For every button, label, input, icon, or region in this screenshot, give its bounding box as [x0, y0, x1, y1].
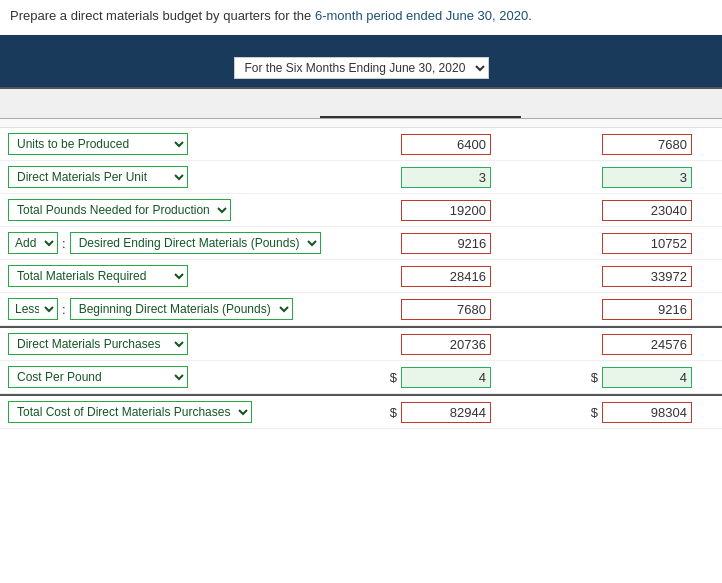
sub-quarter-row	[0, 119, 722, 128]
colon-2: :	[62, 302, 66, 317]
dollar-sign-q1-cpp: $	[390, 370, 397, 385]
row-units-produced: Units to be Produced	[0, 128, 722, 161]
row-desired-ending: Add Less : Desired Ending Direct Materia…	[0, 227, 722, 260]
dollar-sign-q1-tc: $	[390, 405, 397, 420]
desired-ending-select[interactable]: Desired Ending Direct Materials (Pounds)	[70, 232, 321, 254]
q1-number	[320, 119, 521, 127]
beginning-dm-select[interactable]: Beginning Direct Materials (Pounds)	[70, 298, 293, 320]
units-produced-q2[interactable]	[602, 134, 692, 155]
units-produced-q1[interactable]	[401, 134, 491, 155]
period-select[interactable]: For the Six Months Ending June 30, 2020	[234, 57, 489, 79]
dm-purchases-select[interactable]: Direct Materials Purchases	[8, 333, 188, 355]
dm-purchases-q1[interactable]	[401, 334, 491, 355]
highlight-text: 6-month period ended June 30, 2020	[315, 8, 528, 23]
total-materials-select[interactable]: Total Materials Required	[8, 265, 188, 287]
total-cost-q1[interactable]	[401, 402, 491, 423]
desired-ending-q2[interactable]	[602, 233, 692, 254]
total-materials-q1[interactable]	[401, 266, 491, 287]
quarter-label	[320, 89, 521, 118]
total-cost-q2[interactable]	[602, 402, 692, 423]
row-total-pounds: Total Pounds Needed for Production	[0, 194, 722, 227]
beginning-dm-q1[interactable]	[401, 299, 491, 320]
add-less-select-1[interactable]: Add Less	[8, 232, 58, 254]
total-pounds-select[interactable]: Total Pounds Needed for Production	[8, 199, 231, 221]
add-less-select-2[interactable]: Less Add	[8, 298, 58, 320]
row-dm-per-unit: Direct Materials Per Unit	[0, 161, 722, 194]
report-header	[0, 35, 722, 53]
total-pounds-q2[interactable]	[602, 200, 692, 221]
dollar-sign-q2-cpp: $	[591, 370, 598, 385]
row-cost-per-pound: Cost Per Pound $ $	[0, 361, 722, 394]
quarter-header-row: Quarter	[0, 87, 722, 119]
table-container: For the Six Months Ending June 30, 2020 …	[0, 35, 722, 429]
row-total-materials: Total Materials Required	[0, 260, 722, 293]
row-total-cost: Total Cost of Direct Materials Purchases…	[0, 396, 722, 429]
cost-per-pound-q1[interactable]	[401, 367, 491, 388]
intro-text: Prepare a direct materials budget by qua…	[0, 0, 722, 35]
row-beginning-dm: Less Add : Beginning Direct Materials (P…	[0, 293, 722, 326]
total-materials-q2[interactable]	[602, 266, 692, 287]
q2-number	[521, 119, 722, 127]
dm-per-unit-q1[interactable]	[401, 167, 491, 188]
total-pounds-q1[interactable]	[401, 200, 491, 221]
dollar-sign-q2-tc: $	[591, 405, 598, 420]
dm-per-unit-select[interactable]: Direct Materials Per Unit	[8, 166, 188, 188]
period-row: For the Six Months Ending June 30, 2020	[0, 53, 722, 87]
dm-purchases-q2[interactable]	[602, 334, 692, 355]
colon-1: :	[62, 236, 66, 251]
units-produced-select[interactable]: Units to be Produced	[8, 133, 188, 155]
cost-per-pound-select[interactable]: Cost Per Pound	[8, 366, 188, 388]
row-dm-purchases: Direct Materials Purchases	[0, 328, 722, 361]
total-cost-select[interactable]: Total Cost of Direct Materials Purchases	[8, 401, 252, 423]
desired-ending-q1[interactable]	[401, 233, 491, 254]
dm-per-unit-q2[interactable]	[602, 167, 692, 188]
beginning-dm-q2[interactable]	[602, 299, 692, 320]
cost-per-pound-q2[interactable]	[602, 367, 692, 388]
